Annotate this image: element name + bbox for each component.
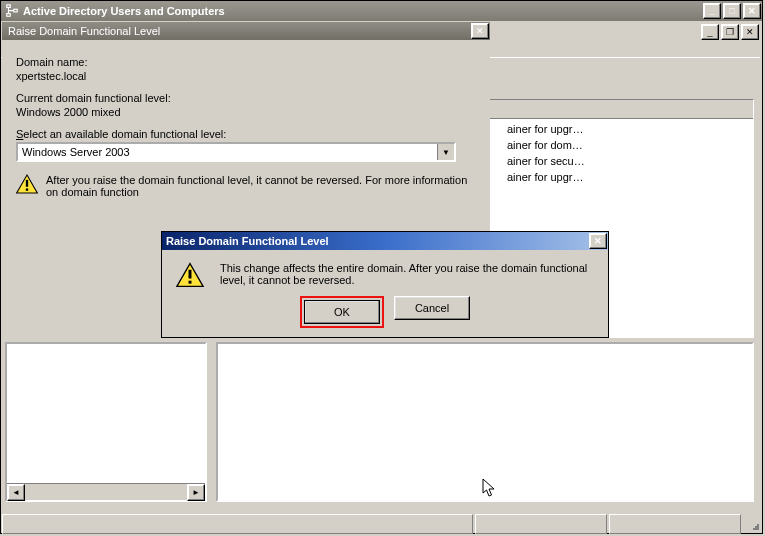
confirm-close-button[interactable]: ✕ xyxy=(589,233,607,249)
domain-name-label: Domain name: xyxy=(16,56,476,68)
svg-rect-8 xyxy=(755,526,757,528)
tree-scrollbar-horizontal[interactable]: ◄ ► xyxy=(7,483,205,500)
svg-rect-14 xyxy=(189,281,192,284)
resize-grip-icon[interactable] xyxy=(743,514,761,532)
statusbar-cell xyxy=(475,514,607,534)
current-level-value: Windows 2000 mixed xyxy=(16,106,476,118)
svg-rect-6 xyxy=(753,528,755,530)
functional-level-value: Windows Server 2003 xyxy=(18,144,437,160)
svg-rect-11 xyxy=(26,188,28,190)
cancel-button[interactable]: Cancel xyxy=(394,296,470,320)
warning-icon xyxy=(16,174,38,196)
svg-rect-13 xyxy=(189,270,192,279)
svg-rect-10 xyxy=(26,180,28,187)
svg-rect-0 xyxy=(7,5,11,8)
ok-button-highlight: OK xyxy=(300,296,384,328)
toolbar-area xyxy=(493,23,753,55)
detail-panel[interactable] xyxy=(216,342,754,502)
scroll-right-button[interactable]: ► xyxy=(187,484,205,501)
confirm-message: This change affects the entire domain. A… xyxy=(212,262,594,286)
svg-rect-4 xyxy=(757,526,759,528)
confirm-title-text: Raise Domain Functional Level xyxy=(166,235,329,247)
tree-panel[interactable]: ◄ ► xyxy=(5,342,207,502)
maximize-button[interactable]: □ xyxy=(723,3,741,19)
statusbar xyxy=(1,513,762,533)
functional-level-combo[interactable]: Windows Server 2003 ▼ xyxy=(16,142,456,162)
raise-level-title-text: Raise Domain Functional Level xyxy=(8,25,160,37)
raise-level-titlebar[interactable]: Raise Domain Functional Level ✕ xyxy=(2,22,490,40)
tree-icon xyxy=(5,4,19,18)
warning-row: After you raise the domain functional le… xyxy=(16,174,476,198)
confirm-titlebar[interactable]: Raise Domain Functional Level ✕ xyxy=(162,232,608,250)
minimize-button[interactable]: _ xyxy=(703,3,721,19)
close-button[interactable]: ✕ xyxy=(743,3,761,19)
select-level-label: Select an available domain functional le… xyxy=(16,128,476,140)
svg-rect-7 xyxy=(757,524,759,526)
svg-rect-5 xyxy=(757,528,759,530)
svg-rect-3 xyxy=(755,528,757,530)
scroll-left-button[interactable]: ◄ xyxy=(7,484,25,501)
aduc-titlebar[interactable]: Active Directory Users and Computers _ □… xyxy=(1,1,762,21)
aduc-title-text: Active Directory Users and Computers xyxy=(23,5,225,17)
statusbar-cell xyxy=(2,514,473,534)
domain-name-value: xpertstec.local xyxy=(16,70,476,82)
statusbar-cell xyxy=(609,514,741,534)
raise-level-close-button[interactable]: ✕ xyxy=(471,23,489,39)
chevron-down-icon[interactable]: ▼ xyxy=(437,144,454,160)
svg-rect-1 xyxy=(7,14,11,17)
current-level-label: Current domain functional level: xyxy=(16,92,476,104)
ok-button[interactable]: OK xyxy=(304,300,380,324)
confirm-dialog: Raise Domain Functional Level ✕ This cha… xyxy=(161,231,609,338)
warning-text: After you raise the domain functional le… xyxy=(46,174,467,198)
warning-icon xyxy=(176,262,204,290)
svg-rect-2 xyxy=(14,9,18,12)
